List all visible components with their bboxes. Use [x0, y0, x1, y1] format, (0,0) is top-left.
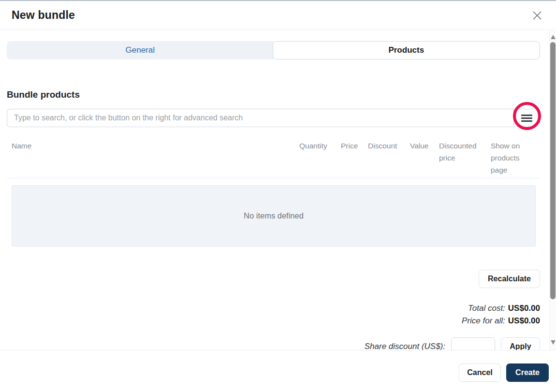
- column-header-discount: Discount: [368, 140, 401, 176]
- tab-general[interactable]: General: [7, 41, 274, 59]
- column-header-name: Name: [7, 140, 299, 176]
- product-search-input[interactable]: [7, 109, 513, 127]
- scrollbar-thumb[interactable]: [550, 42, 556, 299]
- hamburger-menu-icon: [521, 115, 532, 116]
- column-header-price: Price: [341, 140, 359, 176]
- close-icon: [531, 10, 543, 21]
- scroll-down-arrow-icon[interactable]: [551, 340, 556, 345]
- close-button[interactable]: [530, 8, 544, 23]
- column-header-quantity: Quantity: [299, 140, 332, 176]
- tab-products[interactable]: Products: [273, 41, 541, 59]
- share-discount-row: Share discount (US$): Apply: [7, 337, 540, 350]
- total-cost-label: Total cost:: [468, 304, 505, 313]
- modal-title: New bundle: [12, 9, 75, 22]
- section-title-bundle-products: Bundle products: [7, 89, 540, 100]
- empty-state-box: No items defined: [12, 185, 536, 247]
- empty-state-message: No items defined: [244, 211, 304, 220]
- table-header-divider: [7, 178, 540, 178]
- column-header-show-on-products-page: Show on products page: [491, 140, 525, 176]
- tab-bar: General Products: [7, 41, 540, 59]
- share-discount-label: Share discount (US$):: [365, 342, 445, 350]
- modal-body: General Products Bundle products Name Qu…: [0, 31, 556, 350]
- total-cost-row: Total cost:US$0.00: [7, 302, 540, 315]
- scroll-up-arrow-icon[interactable]: [551, 35, 556, 39]
- column-header-discounted-price: Discounted price: [439, 140, 482, 176]
- apply-button[interactable]: Apply: [501, 337, 540, 350]
- products-table-header: Name Quantity Price Discount Value Disco…: [7, 140, 540, 176]
- total-cost-value: US$0.00: [508, 304, 540, 313]
- create-button[interactable]: Create: [506, 363, 549, 382]
- share-discount-input[interactable]: [451, 337, 495, 350]
- column-header-value: Value: [410, 140, 430, 176]
- product-search-group: [7, 109, 540, 127]
- modal-footer: Cancel Create: [0, 350, 556, 392]
- price-for-all-row: Price for all:US$0.00: [7, 315, 540, 327]
- price-for-all-label: Price for all:: [462, 316, 505, 325]
- new-bundle-modal: New bundle General Products Bundle produ…: [0, 0, 556, 392]
- totals-summary: Total cost:US$0.00 Price for all:US$0.00: [7, 302, 540, 327]
- cancel-button[interactable]: Cancel: [459, 363, 501, 382]
- recalculate-button[interactable]: Recalculate: [479, 270, 540, 288]
- vertical-scrollbar: [549, 31, 556, 350]
- advanced-search-button[interactable]: [513, 109, 540, 127]
- price-for-all-value: US$0.00: [508, 316, 540, 325]
- modal-header: New bundle: [0, 1, 556, 30]
